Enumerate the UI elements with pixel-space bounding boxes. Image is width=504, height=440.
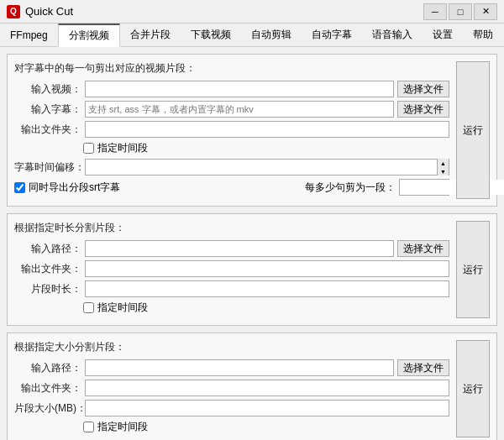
segment-size-label: 片段大小(MB)： xyxy=(14,401,81,416)
run-button-1[interactable]: 运行 xyxy=(456,61,490,199)
main-content: 对字幕中的每一句剪出对应的视频片段： 输入视频： 选择文件 输入字幕： 选择文件… xyxy=(0,47,504,440)
output-folder-label3: 输出文件夹： xyxy=(14,381,81,395)
menu-merge-segment[interactable]: 合并片段 xyxy=(120,24,181,46)
menu-auto-subtitle[interactable]: 自动字幕 xyxy=(302,24,362,46)
subtitle-label: 输入字幕： xyxy=(14,102,81,117)
close-button[interactable]: ✕ xyxy=(474,3,497,20)
export-srt-row: 同时导出分段srt字幕 每多少句剪为一段： 1 ▲ ▼ xyxy=(14,179,449,196)
run-button-2[interactable]: 运行 xyxy=(456,221,490,318)
menu-bar: FFmpeg 分割视频 合并片段 下载视频 自动剪辑 自动字幕 语音输入 设置 … xyxy=(0,24,504,47)
time-offset-input[interactable]: 0.00 xyxy=(86,160,437,175)
menu-settings[interactable]: 设置 xyxy=(423,24,463,46)
specify-time-checkbox-wrap2: 指定时间段 xyxy=(83,301,148,315)
menu-help[interactable]: 帮助 xyxy=(463,24,503,46)
segment-duration-label: 片段时长： xyxy=(14,282,81,296)
input-path-row2: 输入路径： 选择文件 xyxy=(14,240,449,257)
segment-duration-input[interactable] xyxy=(85,280,449,297)
specify-time-checkbox1[interactable] xyxy=(83,143,94,154)
specify-time-checkbox-wrap3: 指定时间段 xyxy=(83,420,148,434)
specify-time-label2: 指定时间段 xyxy=(97,301,148,315)
specify-time-checkbox3[interactable] xyxy=(83,422,94,432)
section3-fields: 根据指定大小分割片段： 输入路径： 选择文件 输出文件夹： 片段大小(MB)： … xyxy=(14,340,449,437)
output-folder-label1: 输出文件夹： xyxy=(14,123,81,137)
subtitle-select-button[interactable]: 选择文件 xyxy=(397,101,449,118)
menu-download-video[interactable]: 下载视频 xyxy=(181,24,241,46)
export-segment-wrap: 每多少句剪为一段： 1 ▲ ▼ xyxy=(123,179,449,196)
select-button3[interactable]: 选择文件 xyxy=(397,359,449,376)
output-folder-row3: 输出文件夹： xyxy=(14,380,449,396)
output-folder-input2[interactable] xyxy=(85,260,449,277)
time-offset-down[interactable]: ▼ xyxy=(438,167,449,175)
export-srt-label: 同时导出分段srt字幕 xyxy=(29,181,120,195)
video-select-button[interactable]: 选择文件 xyxy=(397,81,449,97)
minimize-button[interactable]: ─ xyxy=(423,3,447,20)
export-segment-spin-wrap: 1 ▲ ▼ xyxy=(399,179,449,196)
export-checkbox-wrap: 同时导出分段srt字幕 xyxy=(14,181,120,195)
time-offset-up[interactable]: ▲ xyxy=(438,159,449,167)
select-button2[interactable]: 选择文件 xyxy=(397,240,449,257)
export-segment-label: 每多少句剪为一段： xyxy=(305,181,396,195)
window-controls: ─ □ ✕ xyxy=(423,3,497,20)
subtitle-input-row: 输入字幕： 选择文件 xyxy=(14,101,449,118)
input-path-label2: 输入路径： xyxy=(14,242,81,256)
section1-title: 对字幕中的每一句剪出对应的视频片段： xyxy=(14,61,449,76)
specify-time-checkbox2[interactable] xyxy=(83,302,94,313)
menu-auto-edit[interactable]: 自动剪辑 xyxy=(241,24,302,46)
app-title: Quick Cut xyxy=(25,5,423,18)
export-srt-checkbox[interactable] xyxy=(14,182,25,193)
output-folder-input3[interactable] xyxy=(85,380,449,396)
menu-ffmpeg[interactable]: FFmpeg xyxy=(0,24,58,46)
time-offset-spin-wrap: 0.00 ▲ ▼ xyxy=(85,159,449,175)
time-offset-label: 字幕时间偏移： xyxy=(14,160,81,175)
video-input-row: 输入视频： 选择文件 xyxy=(14,81,449,97)
specify-time-checkbox-wrap1: 指定时间段 xyxy=(83,141,148,155)
time-offset-arrows: ▲ ▼ xyxy=(437,159,449,175)
section2-title: 根据指定时长分割片段： xyxy=(14,221,449,235)
app-icon: Q xyxy=(7,5,20,18)
section1-fields: 对字幕中的每一句剪出对应的视频片段： 输入视频： 选择文件 输入字幕： 选择文件… xyxy=(14,61,449,199)
input-path-input2[interactable] xyxy=(85,240,394,257)
run-button-3[interactable]: 运行 xyxy=(456,340,490,437)
input-path-row3: 输入路径： 选择文件 xyxy=(14,359,449,376)
output-folder-row1: 输出文件夹： xyxy=(14,121,449,138)
section3-title: 根据指定大小分割片段： xyxy=(14,340,449,354)
input-path-label3: 输入路径： xyxy=(14,361,81,375)
video-input[interactable] xyxy=(85,81,394,97)
output-folder-row2: 输出文件夹： xyxy=(14,260,449,277)
video-label: 输入视频： xyxy=(14,82,81,97)
output-folder-input1[interactable] xyxy=(85,121,449,138)
specify-time-label3: 指定时间段 xyxy=(97,420,148,434)
maximize-button[interactable]: □ xyxy=(449,3,472,20)
specify-time-row2: 指定时间段 xyxy=(14,301,449,315)
segment-duration-row: 片段时长： xyxy=(14,280,449,297)
menu-split-video[interactable]: 分割视频 xyxy=(58,24,120,47)
specify-time-row1: 指定时间段 xyxy=(14,141,449,155)
output-folder-label2: 输出文件夹： xyxy=(14,262,81,276)
subtitle-input[interactable] xyxy=(85,101,394,118)
section-size-split: 根据指定大小分割片段： 输入路径： 选择文件 输出文件夹： 片段大小(MB)： … xyxy=(7,333,497,440)
input-path-input3[interactable] xyxy=(85,359,394,376)
time-offset-row: 字幕时间偏移： 0.00 ▲ ▼ xyxy=(14,159,449,175)
section-subtitle-split: 对字幕中的每一句剪出对应的视频片段： 输入视频： 选择文件 输入字幕： 选择文件… xyxy=(7,54,497,207)
specify-time-label1: 指定时间段 xyxy=(97,141,148,155)
menu-voice-input[interactable]: 语音输入 xyxy=(362,24,423,46)
specify-time-row3: 指定时间段 xyxy=(14,420,449,434)
segment-size-input[interactable] xyxy=(85,400,449,416)
title-bar: Q Quick Cut ─ □ ✕ xyxy=(0,0,504,24)
segment-size-row: 片段大小(MB)： xyxy=(14,400,449,416)
section-duration-split: 根据指定时长分割片段： 输入路径： 选择文件 输出文件夹： 片段时长： 指定时间… xyxy=(7,213,497,326)
section2-fields: 根据指定时长分割片段： 输入路径： 选择文件 输出文件夹： 片段时长： 指定时间… xyxy=(14,221,449,318)
